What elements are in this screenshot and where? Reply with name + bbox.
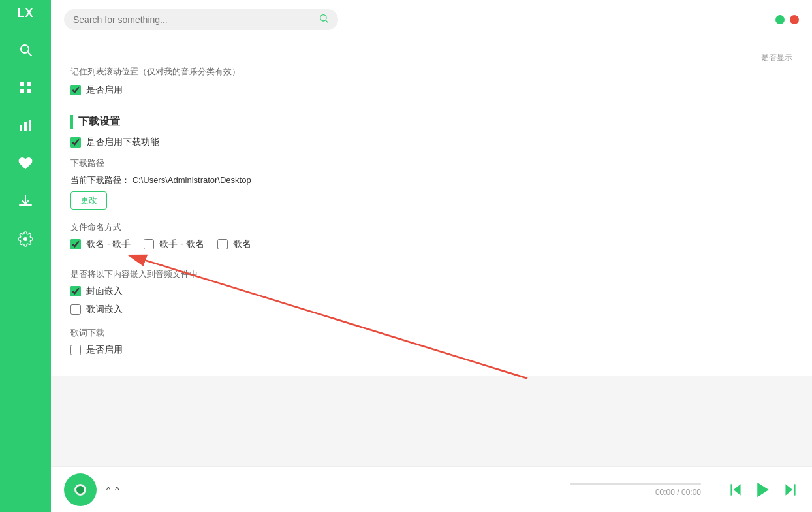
lyrics-enable-checkbox[interactable]	[70, 345, 81, 355]
scroll-enable-row: 是否启用	[70, 84, 792, 96]
embed-section: 是否将以下内容嵌入到音频文件中 封面嵌入 歌词嵌入	[70, 268, 792, 315]
naming-option-1: 歌名 - 歌手	[70, 238, 131, 250]
cover-embed-label: 封面嵌入	[86, 285, 123, 297]
search-icon[interactable]	[319, 13, 329, 26]
embed-label: 是否将以下内容嵌入到音频文件中	[70, 268, 792, 280]
svg-point-7	[23, 237, 27, 241]
svg-rect-3	[27, 89, 31, 93]
current-path-prefix: 当前下载路径：	[70, 175, 130, 185]
svg-rect-5	[24, 122, 27, 131]
scroll-enable-checkbox[interactable]	[70, 85, 81, 95]
naming-label-1: 歌名 - 歌手	[86, 238, 131, 250]
lyrics-embed-row: 歌词嵌入	[70, 304, 792, 315]
cover-embed-checkbox[interactable]	[70, 286, 81, 296]
sidebar-item-library[interactable]	[9, 71, 42, 104]
svg-point-8	[320, 14, 326, 20]
download-section-title: 下载设置	[70, 115, 792, 129]
svg-rect-14	[794, 484, 795, 495]
lyrics-embed-label: 歌词嵌入	[86, 304, 123, 315]
svg-rect-1	[27, 82, 31, 86]
play-button[interactable]	[753, 480, 773, 500]
player-controls	[727, 480, 799, 500]
header	[51, 0, 812, 39]
scroll-position-section: 是否显示 记住列表滚动位置（仅对我的音乐分类有效） 是否启用	[70, 52, 792, 96]
current-path-value: C:\Users\Administrator\Desktop	[133, 175, 251, 185]
scroll-position-label: 是否显示	[70, 52, 792, 63]
header-dots	[775, 15, 799, 24]
svg-rect-0	[20, 82, 24, 86]
naming-checkbox-2[interactable]	[144, 239, 154, 249]
sidebar-item-search[interactable]	[9, 33, 42, 66]
svg-rect-4	[20, 125, 22, 131]
lyrics-enable-label: 是否启用	[86, 344, 123, 356]
sidebar-item-download[interactable]	[9, 185, 42, 217]
scroll-remember-label: 记住列表滚动位置（仅对我的音乐分类有效）	[70, 66, 792, 78]
naming-option-2: 歌手 - 歌名	[144, 238, 204, 250]
prev-button[interactable]	[727, 481, 744, 498]
lyrics-download-label: 歌词下载	[70, 327, 792, 339]
time-label: 00:00 / 00:00	[655, 488, 701, 497]
sidebar-item-favorite[interactable]	[9, 147, 42, 180]
svg-rect-6	[29, 120, 31, 131]
lyrics-embed-checkbox[interactable]	[70, 304, 81, 315]
current-path-row: 当前下载路径： C:\Users\Administrator\Desktop	[70, 174, 792, 186]
download-path-label: 下载路径	[70, 157, 792, 169]
download-path-section: 下载路径 当前下载路径： C:\Users\Administrator\Desk…	[70, 157, 792, 210]
enable-download-checkbox[interactable]	[70, 137, 81, 148]
scroll-enable-label: 是否启用	[86, 84, 123, 96]
player-track-info: ^_^	[106, 485, 300, 494]
cover-embed-row: 封面嵌入	[70, 285, 792, 297]
player-track-name: ^_^	[106, 485, 300, 494]
sidebar: LX	[0, 0, 51, 512]
svg-rect-12	[730, 484, 732, 495]
sidebar-item-settings[interactable]	[9, 223, 42, 255]
app-logo: LX	[17, 7, 33, 20]
svg-rect-2	[20, 89, 24, 93]
player-disc	[74, 484, 86, 496]
svg-marker-13	[757, 482, 769, 497]
player-cover	[64, 473, 97, 506]
dot-green	[775, 15, 785, 24]
sidebar-item-charts[interactable]	[9, 109, 42, 142]
naming-checkbox-3[interactable]	[217, 239, 228, 249]
naming-option-3: 歌名	[217, 238, 251, 250]
enable-download-label: 是否启用下载功能	[86, 136, 159, 148]
search-box[interactable]	[64, 9, 338, 30]
next-button[interactable]	[782, 481, 799, 498]
settings-content: 是否显示 记住列表滚动位置（仅对我的音乐分类有效） 是否启用 下载设置 是否启用…	[51, 39, 812, 376]
dot-red	[790, 15, 799, 24]
change-path-button[interactable]: 更改	[70, 191, 107, 210]
file-naming-section: 文件命名方式 歌名 - 歌手 歌手 - 歌名 歌名	[70, 221, 792, 257]
naming-label-3: 歌名	[233, 238, 251, 250]
bottom-player: ^_^ 00:00 / 00:00	[51, 466, 812, 512]
naming-checkbox-1[interactable]	[70, 239, 81, 249]
naming-options: 歌名 - 歌手 歌手 - 歌名 歌名	[70, 238, 792, 257]
search-input[interactable]	[73, 14, 319, 25]
svg-line-9	[326, 20, 328, 22]
divider-1	[70, 103, 792, 103]
progress-bar-container[interactable]	[570, 483, 701, 485]
enable-download-row: 是否启用下载功能	[70, 136, 792, 148]
naming-label-2: 歌手 - 歌名	[159, 238, 204, 250]
player-progress: 00:00 / 00:00	[313, 483, 701, 497]
lyrics-download-section: 歌词下载 是否启用	[70, 327, 792, 356]
lyrics-enable-row: 是否启用	[70, 344, 792, 356]
main-content: 是否显示 记住列表滚动位置（仅对我的音乐分类有效） 是否启用 下载设置 是否启用…	[51, 0, 812, 512]
file-naming-label: 文件命名方式	[70, 221, 792, 233]
